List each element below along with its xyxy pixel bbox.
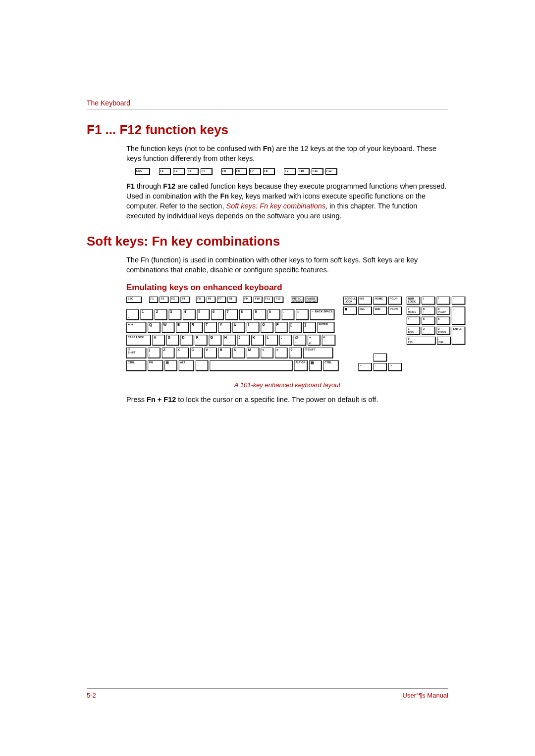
key-shift-right: ⇧ SHIFT <box>303 348 333 358</box>
key-esc: ESC <box>135 168 150 175</box>
text-bold: Fn + F12 <box>147 396 176 403</box>
text: Press <box>126 396 147 403</box>
key-f: F <box>195 335 208 346</box>
figure-caption: A 101-key enhanced keyboard layout <box>126 381 448 390</box>
heading-f1-f12: F1 ... F12 function keys <box>87 122 448 138</box>
key-capslock: CAPS LOCK <box>126 335 151 346</box>
key-4: 4 <box>183 309 196 320</box>
key-c: C <box>190 348 203 358</box>
key-f2: F2 <box>173 168 185 175</box>
key-j: J <box>237 335 250 346</box>
para: F1 through F12 are called function keys … <box>126 181 448 221</box>
key-v: V <box>204 348 217 358</box>
key-scroll-lock: SCROLL LOCK <box>343 297 357 305</box>
key-lbracket: [ <box>289 322 302 333</box>
key-backspace: ← BACK SPACE <box>310 309 335 320</box>
key-del: DEL <box>358 306 372 315</box>
text-bold: Fn <box>263 145 272 152</box>
key-f5: F5 <box>196 297 205 303</box>
key-num-8: 8↑ <box>422 306 435 315</box>
key-rbracket: ] <box>303 322 316 333</box>
body-block-2: The Fn (function) is used in combination… <box>126 255 448 275</box>
key-m: M <box>247 348 260 358</box>
key-num-7: 7HOME <box>407 306 421 315</box>
key-numlock: NUM LOCK <box>407 297 421 305</box>
key-num-enter: ENTER <box>452 327 466 345</box>
key-f8: F8 <box>227 297 236 303</box>
key-arrow-left: ← <box>358 363 372 371</box>
text-bold: F12 <box>163 182 175 190</box>
heading-soft-keys: Soft keys: Fn key combinations <box>87 234 448 249</box>
key-f4: F4 <box>180 297 189 303</box>
para: The Fn (function) is used in combination… <box>126 255 448 275</box>
key-f12: F12 <box>274 297 283 303</box>
key-e: E <box>176 322 189 333</box>
body-block-1: The function keys (not to be confused wi… <box>126 144 448 221</box>
figure-full-keyboard: ESC F1 F2 F3 F4 F5 F6 F7 F8 F9 F10 F11 F… <box>126 297 448 404</box>
key-2: 2 <box>155 309 167 320</box>
key-enter-top: ENTER <box>317 322 334 333</box>
key-num-add: + <box>452 306 466 325</box>
key-win: ⊞ <box>164 360 177 371</box>
key-backslash: ~# <box>308 335 321 346</box>
key-p: P <box>275 322 288 333</box>
key-f3: F3 <box>170 297 179 303</box>
subheading-emulating: Emulating keys on enhanced keyboard <box>126 283 448 293</box>
key-ins: INS <box>358 297 372 305</box>
key-shift-left: ⇧SHIFT <box>126 348 146 358</box>
key-f1: F1 <box>159 168 171 175</box>
key-menu: ▤ <box>309 360 322 371</box>
key-space <box>210 360 292 371</box>
key-9: 9 <box>254 309 267 320</box>
page-footer: 5-2 User°¶s Manual <box>87 688 448 699</box>
key-h: H <box>223 335 236 346</box>
key-s: S <box>166 335 179 346</box>
key-prtsc: PRTSC SYSRQ <box>291 297 304 303</box>
key-num-0: 0INS <box>407 337 436 345</box>
key-n: N <box>232 348 245 358</box>
key-b: B <box>218 348 231 358</box>
key-f7: F7 <box>249 168 261 175</box>
key-num-mul: * <box>437 297 451 305</box>
key-5: 5 <box>197 309 210 320</box>
key-ctrl-right: CTRL <box>323 360 338 371</box>
key-f4: F4 <box>201 168 213 175</box>
key-z: Z <box>162 348 175 358</box>
key-num-1: 1END <box>407 327 421 335</box>
key-tab: ⇤ ⇥ <box>126 322 146 333</box>
text: through <box>135 182 163 190</box>
key-home: HOME <box>374 297 387 305</box>
key-esc: ESC <box>126 297 142 303</box>
key-a: A <box>152 335 165 346</box>
key-x: X <box>176 348 189 358</box>
key-enter-bottom: ↵ <box>322 335 336 346</box>
key-f8: F8 <box>263 168 275 175</box>
link-soft-keys[interactable]: Soft keys: Fn key combinations <box>226 202 326 210</box>
key-f6: F6 <box>235 168 247 175</box>
key-l: L <box>266 335 278 346</box>
kbd-nav-block: SCROLL LOCK INS HOME PGUP ▮▮ DEL END PGD… <box>343 297 402 371</box>
key-arrow-up: ↑ <box>374 353 387 362</box>
key-arrow-down: ↓ <box>374 363 387 371</box>
key-o: O <box>261 322 273 333</box>
key-f2: F2 <box>160 297 168 303</box>
key-w: W <box>162 322 175 333</box>
text: The function keys (not to be confused wi… <box>126 145 263 152</box>
key-semicolon: ; <box>279 335 292 346</box>
key-num-sub: - <box>452 297 466 305</box>
kbd-numpad-block: NUM LOCK / * - 7HOME 8↑ 9PGUP + 4← 5 6→ <box>407 297 466 371</box>
para: Press Fn + F12 to lock the cursor on a s… <box>126 395 448 404</box>
key-f9: F9 <box>243 297 252 303</box>
key-slash: ?/ <box>289 348 302 358</box>
key-muhenkan <box>196 360 209 371</box>
key-arrow-right: → <box>388 363 402 371</box>
key-f12: F12 <box>325 168 337 175</box>
key-num-4: 4← <box>407 316 421 325</box>
key-minus: - <box>282 309 295 320</box>
key-6: 6 <box>211 309 224 320</box>
page-number: 5-2 <box>87 692 96 699</box>
key-r: R <box>190 322 203 333</box>
key-7: 7 <box>225 309 238 320</box>
key-1: 1 <box>141 309 154 320</box>
text: to lock the cursor on a specific line. T… <box>176 396 378 403</box>
